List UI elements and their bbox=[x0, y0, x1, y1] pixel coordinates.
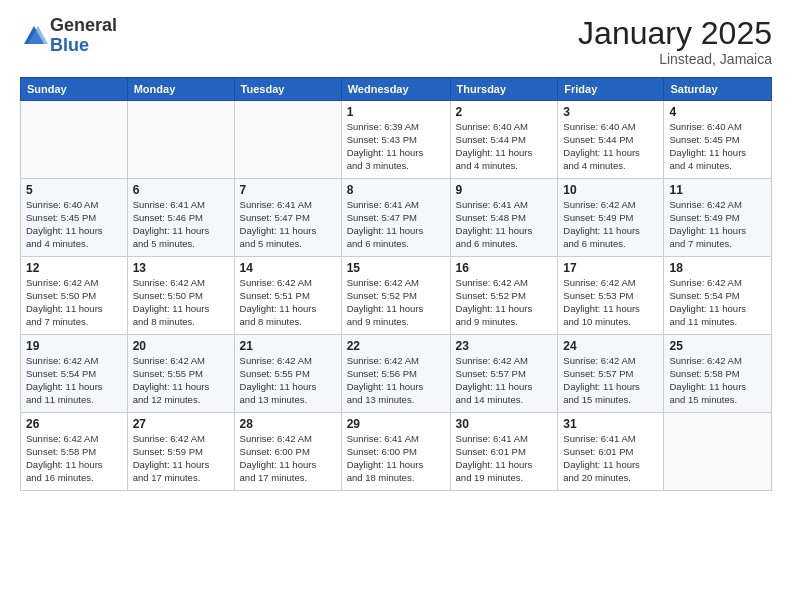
day-number: 30 bbox=[456, 417, 553, 431]
header-saturday: Saturday bbox=[664, 78, 772, 101]
day-info: Sunrise: 6:41 AM Sunset: 5:47 PM Dayligh… bbox=[347, 199, 445, 250]
day-info: Sunrise: 6:42 AM Sunset: 5:49 PM Dayligh… bbox=[669, 199, 766, 250]
day-number: 15 bbox=[347, 261, 445, 275]
logo-general-text: General bbox=[50, 15, 117, 35]
day-info: Sunrise: 6:42 AM Sunset: 5:50 PM Dayligh… bbox=[133, 277, 229, 328]
day-number: 16 bbox=[456, 261, 553, 275]
day-number: 29 bbox=[347, 417, 445, 431]
day-number: 17 bbox=[563, 261, 658, 275]
week-row-3: 19Sunrise: 6:42 AM Sunset: 5:54 PM Dayli… bbox=[21, 335, 772, 413]
day-info: Sunrise: 6:42 AM Sunset: 5:53 PM Dayligh… bbox=[563, 277, 658, 328]
table-row: 17Sunrise: 6:42 AM Sunset: 5:53 PM Dayli… bbox=[558, 257, 664, 335]
table-row: 8Sunrise: 6:41 AM Sunset: 5:47 PM Daylig… bbox=[341, 179, 450, 257]
table-row bbox=[127, 101, 234, 179]
day-info: Sunrise: 6:42 AM Sunset: 5:55 PM Dayligh… bbox=[240, 355, 336, 406]
table-row: 20Sunrise: 6:42 AM Sunset: 5:55 PM Dayli… bbox=[127, 335, 234, 413]
table-row: 28Sunrise: 6:42 AM Sunset: 6:00 PM Dayli… bbox=[234, 413, 341, 491]
day-info: Sunrise: 6:40 AM Sunset: 5:45 PM Dayligh… bbox=[26, 199, 122, 250]
table-row: 22Sunrise: 6:42 AM Sunset: 5:56 PM Dayli… bbox=[341, 335, 450, 413]
table-row: 6Sunrise: 6:41 AM Sunset: 5:46 PM Daylig… bbox=[127, 179, 234, 257]
day-number: 13 bbox=[133, 261, 229, 275]
day-number: 4 bbox=[669, 105, 766, 119]
day-info: Sunrise: 6:42 AM Sunset: 5:57 PM Dayligh… bbox=[563, 355, 658, 406]
table-row: 27Sunrise: 6:42 AM Sunset: 5:59 PM Dayli… bbox=[127, 413, 234, 491]
table-row: 26Sunrise: 6:42 AM Sunset: 5:58 PM Dayli… bbox=[21, 413, 128, 491]
header: General Blue January 2025 Linstead, Jama… bbox=[20, 16, 772, 67]
day-number: 21 bbox=[240, 339, 336, 353]
day-info: Sunrise: 6:42 AM Sunset: 5:57 PM Dayligh… bbox=[456, 355, 553, 406]
table-row: 1Sunrise: 6:39 AM Sunset: 5:43 PM Daylig… bbox=[341, 101, 450, 179]
table-row bbox=[21, 101, 128, 179]
day-info: Sunrise: 6:41 AM Sunset: 5:48 PM Dayligh… bbox=[456, 199, 553, 250]
day-number: 27 bbox=[133, 417, 229, 431]
month-title: January 2025 bbox=[578, 16, 772, 51]
table-row bbox=[234, 101, 341, 179]
table-row: 9Sunrise: 6:41 AM Sunset: 5:48 PM Daylig… bbox=[450, 179, 558, 257]
day-info: Sunrise: 6:40 AM Sunset: 5:44 PM Dayligh… bbox=[563, 121, 658, 172]
table-row: 12Sunrise: 6:42 AM Sunset: 5:50 PM Dayli… bbox=[21, 257, 128, 335]
day-number: 20 bbox=[133, 339, 229, 353]
header-sunday: Sunday bbox=[21, 78, 128, 101]
day-number: 18 bbox=[669, 261, 766, 275]
day-number: 9 bbox=[456, 183, 553, 197]
day-info: Sunrise: 6:41 AM Sunset: 6:00 PM Dayligh… bbox=[347, 433, 445, 484]
header-thursday: Thursday bbox=[450, 78, 558, 101]
table-row bbox=[664, 413, 772, 491]
day-number: 14 bbox=[240, 261, 336, 275]
table-row: 10Sunrise: 6:42 AM Sunset: 5:49 PM Dayli… bbox=[558, 179, 664, 257]
table-row: 7Sunrise: 6:41 AM Sunset: 5:47 PM Daylig… bbox=[234, 179, 341, 257]
location: Linstead, Jamaica bbox=[578, 51, 772, 67]
logo: General Blue bbox=[20, 16, 117, 56]
table-row: 4Sunrise: 6:40 AM Sunset: 5:45 PM Daylig… bbox=[664, 101, 772, 179]
table-row: 19Sunrise: 6:42 AM Sunset: 5:54 PM Dayli… bbox=[21, 335, 128, 413]
week-row-2: 12Sunrise: 6:42 AM Sunset: 5:50 PM Dayli… bbox=[21, 257, 772, 335]
day-info: Sunrise: 6:42 AM Sunset: 5:58 PM Dayligh… bbox=[669, 355, 766, 406]
day-number: 2 bbox=[456, 105, 553, 119]
day-info: Sunrise: 6:42 AM Sunset: 5:51 PM Dayligh… bbox=[240, 277, 336, 328]
table-row: 31Sunrise: 6:41 AM Sunset: 6:01 PM Dayli… bbox=[558, 413, 664, 491]
day-number: 12 bbox=[26, 261, 122, 275]
day-number: 3 bbox=[563, 105, 658, 119]
header-wednesday: Wednesday bbox=[341, 78, 450, 101]
table-row: 14Sunrise: 6:42 AM Sunset: 5:51 PM Dayli… bbox=[234, 257, 341, 335]
calendar: Sunday Monday Tuesday Wednesday Thursday… bbox=[20, 77, 772, 491]
table-row: 21Sunrise: 6:42 AM Sunset: 5:55 PM Dayli… bbox=[234, 335, 341, 413]
day-number: 23 bbox=[456, 339, 553, 353]
day-number: 1 bbox=[347, 105, 445, 119]
day-info: Sunrise: 6:42 AM Sunset: 5:59 PM Dayligh… bbox=[133, 433, 229, 484]
logo-icon bbox=[20, 22, 48, 50]
day-number: 24 bbox=[563, 339, 658, 353]
day-info: Sunrise: 6:41 AM Sunset: 6:01 PM Dayligh… bbox=[456, 433, 553, 484]
day-number: 28 bbox=[240, 417, 336, 431]
day-info: Sunrise: 6:42 AM Sunset: 5:52 PM Dayligh… bbox=[347, 277, 445, 328]
table-row: 11Sunrise: 6:42 AM Sunset: 5:49 PM Dayli… bbox=[664, 179, 772, 257]
day-info: Sunrise: 6:42 AM Sunset: 5:55 PM Dayligh… bbox=[133, 355, 229, 406]
table-row: 25Sunrise: 6:42 AM Sunset: 5:58 PM Dayli… bbox=[664, 335, 772, 413]
day-info: Sunrise: 6:41 AM Sunset: 6:01 PM Dayligh… bbox=[563, 433, 658, 484]
day-number: 5 bbox=[26, 183, 122, 197]
day-info: Sunrise: 6:40 AM Sunset: 5:44 PM Dayligh… bbox=[456, 121, 553, 172]
day-info: Sunrise: 6:42 AM Sunset: 5:54 PM Dayligh… bbox=[669, 277, 766, 328]
day-number: 8 bbox=[347, 183, 445, 197]
day-info: Sunrise: 6:41 AM Sunset: 5:47 PM Dayligh… bbox=[240, 199, 336, 250]
table-row: 24Sunrise: 6:42 AM Sunset: 5:57 PM Dayli… bbox=[558, 335, 664, 413]
header-friday: Friday bbox=[558, 78, 664, 101]
table-row: 13Sunrise: 6:42 AM Sunset: 5:50 PM Dayli… bbox=[127, 257, 234, 335]
day-number: 10 bbox=[563, 183, 658, 197]
day-info: Sunrise: 6:40 AM Sunset: 5:45 PM Dayligh… bbox=[669, 121, 766, 172]
day-info: Sunrise: 6:42 AM Sunset: 5:56 PM Dayligh… bbox=[347, 355, 445, 406]
day-info: Sunrise: 6:42 AM Sunset: 5:52 PM Dayligh… bbox=[456, 277, 553, 328]
table-row: 5Sunrise: 6:40 AM Sunset: 5:45 PM Daylig… bbox=[21, 179, 128, 257]
day-number: 25 bbox=[669, 339, 766, 353]
table-row: 16Sunrise: 6:42 AM Sunset: 5:52 PM Dayli… bbox=[450, 257, 558, 335]
day-number: 22 bbox=[347, 339, 445, 353]
table-row: 23Sunrise: 6:42 AM Sunset: 5:57 PM Dayli… bbox=[450, 335, 558, 413]
table-row: 2Sunrise: 6:40 AM Sunset: 5:44 PM Daylig… bbox=[450, 101, 558, 179]
header-tuesday: Tuesday bbox=[234, 78, 341, 101]
day-info: Sunrise: 6:42 AM Sunset: 5:54 PM Dayligh… bbox=[26, 355, 122, 406]
day-number: 7 bbox=[240, 183, 336, 197]
day-number: 11 bbox=[669, 183, 766, 197]
title-block: January 2025 Linstead, Jamaica bbox=[578, 16, 772, 67]
table-row: 18Sunrise: 6:42 AM Sunset: 5:54 PM Dayli… bbox=[664, 257, 772, 335]
page: General Blue January 2025 Linstead, Jama… bbox=[0, 0, 792, 612]
